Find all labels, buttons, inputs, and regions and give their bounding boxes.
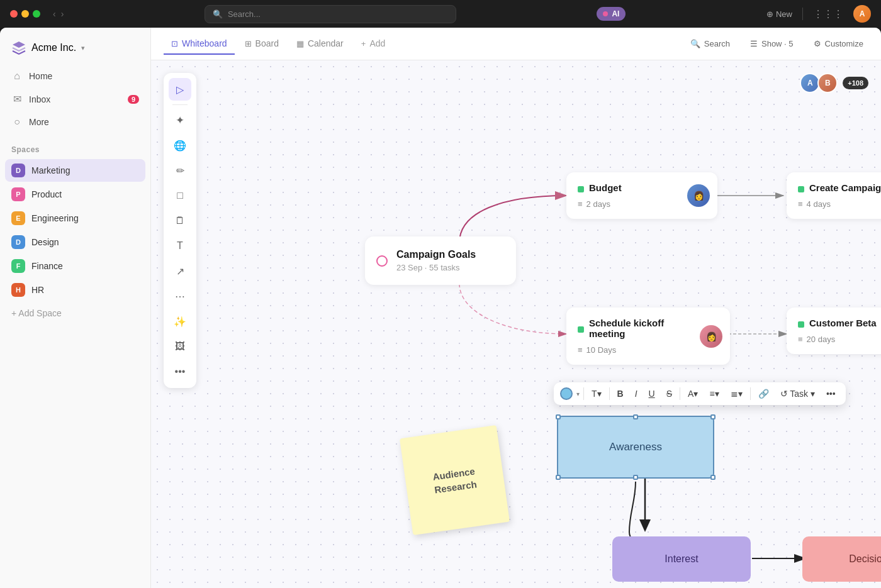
tab-calendar[interactable]: ▦ Calendar: [289, 33, 351, 55]
sidebar-logo[interactable]: Acme Inc. ▾: [5, 35, 145, 60]
whiteboard-canvas[interactable]: ▷ ✦ 🌐 ✏ □ 🗒 T ↗ ⋯ ✨ 🖼 ••• A B +108: [151, 60, 881, 588]
schedule-kickoff-card[interactable]: Schedule kickoff meeting ≡ 10 Days 👩: [566, 308, 730, 365]
lines-icon: ≡: [798, 199, 803, 209]
status-dot: [578, 326, 584, 333]
lines-icon: ≡: [798, 335, 803, 344]
schedule-kickoff-meta: ≡ 10 Days: [578, 345, 695, 355]
select-tool[interactable]: ▷: [169, 78, 191, 101]
status-dot: [578, 186, 584, 192]
back-button[interactable]: ‹: [53, 9, 56, 19]
separator: [583, 387, 584, 400]
user-avatar[interactable]: A: [853, 5, 871, 23]
minimize-button[interactable]: [21, 10, 29, 18]
customer-beta-card[interactable]: Customer Beta ≡ 20 days 🧑: [787, 308, 881, 354]
search-icon: 🔍: [213, 9, 223, 19]
content-area: ⊡ Whiteboard ⊞ Board ▦ Calendar + Add 🔍 …: [151, 28, 881, 588]
sparkle-tool[interactable]: ✦: [169, 109, 191, 131]
sidebar-item-label: Home: [29, 71, 52, 81]
list-button[interactable]: ≣▾: [727, 386, 746, 401]
globe-tool[interactable]: 🌐: [169, 134, 191, 157]
italic-button[interactable]: I: [631, 386, 641, 401]
collaborators-row: A B +108: [800, 73, 868, 93]
create-campaign-days: 4 days: [807, 199, 831, 209]
tab-label: Add: [369, 38, 385, 48]
sidebar-item-marketing[interactable]: D Marketing: [5, 159, 145, 182]
top-nav-right: 🔍 Search ☰ Show · 5 ⚙ Customize: [685, 36, 868, 52]
sidebar-item-design[interactable]: D Design: [5, 231, 145, 253]
chevron-down-icon[interactable]: ▾: [576, 391, 580, 397]
connection-arrows: [151, 60, 881, 588]
add-space-button[interactable]: + Add Space: [5, 304, 145, 323]
budget-card[interactable]: Budget ≡ 2 days 👩: [566, 172, 717, 219]
new-button[interactable]: ⊕ New: [766, 9, 792, 19]
network-tool[interactable]: ⋯: [169, 285, 191, 308]
ai-button[interactable]: AI: [597, 7, 626, 21]
decision-box[interactable]: Decision: [802, 536, 881, 582]
more-tools[interactable]: •••: [169, 360, 191, 383]
resize-handle-tr[interactable]: [710, 414, 715, 419]
resize-handle-tl[interactable]: [556, 414, 561, 419]
interest-box[interactable]: Interest: [612, 536, 751, 582]
sidebar-item-label: Inbox: [29, 94, 50, 104]
color-picker[interactable]: [560, 387, 573, 400]
top-nav: ⊡ Whiteboard ⊞ Board ▦ Calendar + Add 🔍 …: [151, 28, 881, 60]
sidebar-item-home[interactable]: ⌂ Home: [5, 65, 145, 87]
space-label: Finance: [31, 261, 63, 271]
magic-tool[interactable]: ✨: [169, 310, 191, 333]
underline-button[interactable]: U: [645, 386, 659, 401]
strikethrough-button[interactable]: S: [663, 386, 676, 401]
link-button[interactable]: 🔗: [755, 386, 773, 401]
resize-handle-br[interactable]: [710, 475, 715, 480]
pen-tool[interactable]: ✏: [169, 159, 191, 182]
create-campaign-card[interactable]: Create Campaign ≡ 4 days 👩: [787, 172, 881, 219]
resize-handle-bm[interactable]: [633, 475, 638, 480]
show-button[interactable]: ☰ Show · 5: [745, 36, 799, 52]
rectangle-tool[interactable]: □: [169, 184, 191, 207]
search-button[interactable]: 🔍 Search: [685, 36, 735, 52]
grid-icon[interactable]: ⋮⋮⋮: [813, 8, 843, 20]
task-button[interactable]: ↺ Task ▾: [777, 386, 819, 401]
arrow-tool[interactable]: ↗: [169, 260, 191, 282]
awareness-text: Awareness: [609, 441, 662, 453]
collaborator-count: +108: [843, 77, 868, 89]
tab-board[interactable]: ⊞ Board: [237, 33, 286, 55]
sticky-note-audience[interactable]: Audience Research: [400, 425, 510, 535]
sidebar-item-inbox[interactable]: ✉ Inbox 9: [5, 88, 145, 110]
sidebar-item-engineering[interactable]: E Engineering: [5, 207, 145, 230]
maximize-button[interactable]: [33, 10, 40, 18]
note-tool[interactable]: 🗒: [169, 209, 191, 232]
close-button[interactable]: [10, 10, 18, 18]
customize-button[interactable]: ⚙ Customize: [809, 36, 868, 52]
image-tool[interactable]: 🖼: [169, 335, 191, 358]
tab-add[interactable]: + Add: [354, 33, 393, 55]
sidebar-item-more[interactable]: ○ More: [5, 111, 145, 133]
sidebar-item-hr[interactable]: H HR: [5, 279, 145, 301]
gear-icon: ⚙: [814, 39, 821, 48]
text-style-button[interactable]: T▾: [588, 386, 605, 401]
bold-button[interactable]: B: [614, 386, 627, 401]
tab-label: Calendar: [308, 38, 344, 48]
chevron-down-icon: ▾: [81, 44, 85, 52]
home-icon: ⌂: [11, 70, 23, 82]
resize-handle-bl[interactable]: [556, 475, 561, 480]
add-tab-icon: +: [361, 39, 366, 48]
show-icon: ☰: [750, 39, 758, 48]
campaign-goals-card[interactable]: Campaign Goals 23 Sep · 55 tasks: [365, 236, 516, 285]
whiteboard-tab-icon: ⊡: [171, 39, 178, 48]
spaces-list: D Marketing P Product E Engineering D De…: [5, 159, 145, 301]
text-tool[interactable]: T: [169, 235, 191, 257]
sidebar-item-finance[interactable]: F Finance: [5, 255, 145, 277]
forward-button[interactable]: ›: [61, 9, 64, 19]
resize-handle-tm[interactable]: [633, 414, 638, 419]
goals-date: 23 Sep: [396, 263, 422, 272]
awareness-box[interactable]: Awareness: [557, 416, 714, 479]
sidebar-item-product[interactable]: P Product: [5, 183, 145, 206]
global-search[interactable]: 🔍 Search...: [205, 5, 456, 23]
marketing-badge: D: [11, 164, 25, 177]
align-button[interactable]: ≡▾: [705, 386, 722, 401]
font-color-button[interactable]: A▾: [684, 386, 702, 401]
schedule-kickoff-avatar: 👩: [700, 325, 722, 348]
customer-beta-title: Customer Beta: [809, 318, 877, 328]
more-options-button[interactable]: •••: [822, 386, 839, 401]
tab-whiteboard[interactable]: ⊡ Whiteboard: [164, 33, 235, 55]
